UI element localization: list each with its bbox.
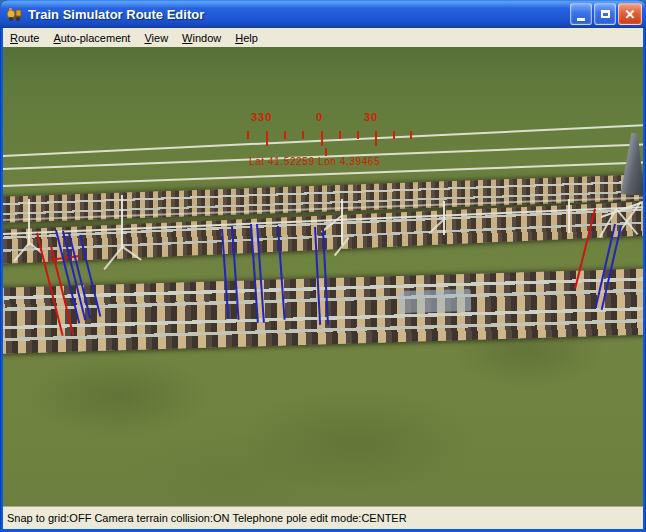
app-window: Train Simulator Route Editor ✕ Route Aut… xyxy=(0,0,646,532)
compass-tick xyxy=(339,131,341,139)
menu-window[interactable]: Window xyxy=(175,30,228,46)
compass-center-tick xyxy=(325,148,327,156)
status-text: Snap to grid:OFF Camera terrain collisio… xyxy=(7,512,407,524)
camera-coordinates: Lat 41.52259 Lon 4.39465 xyxy=(249,156,380,167)
window-title: Train Simulator Route Editor xyxy=(28,7,570,22)
wireframe-post xyxy=(341,199,343,245)
compass-tick xyxy=(357,131,359,139)
wireframe-post xyxy=(28,199,30,245)
wireframe-post xyxy=(121,195,123,249)
compass-tick xyxy=(410,131,412,139)
compass-tick xyxy=(266,131,268,146)
close-button[interactable]: ✕ xyxy=(618,3,642,25)
menu-auto-placement[interactable]: Auto-placement xyxy=(46,30,137,46)
compass-tick xyxy=(375,131,377,146)
maximize-button[interactable] xyxy=(594,3,616,25)
compass-heading-330: 330 xyxy=(251,111,272,123)
switch-rails-highlight xyxy=(399,289,472,313)
compass-tick xyxy=(302,131,304,139)
title-bar[interactable]: Train Simulator Route Editor ✕ xyxy=(0,0,646,28)
menu-bar: Route Auto-placement View Window Help xyxy=(3,28,643,47)
menu-view[interactable]: View xyxy=(137,30,175,46)
menu-help[interactable]: Help xyxy=(228,30,265,46)
compass-tick xyxy=(321,131,323,146)
menu-route[interactable]: Route xyxy=(3,30,46,46)
compass-heading-30: 30 xyxy=(364,111,378,123)
compass-tick xyxy=(284,131,286,139)
wireframe-post xyxy=(568,199,570,233)
compass-tick xyxy=(247,131,249,139)
status-bar: Snap to grid:OFF Camera terrain collisio… xyxy=(3,506,643,529)
compass-tick xyxy=(393,131,395,139)
telegraph-wire xyxy=(3,123,643,157)
minimize-button[interactable] xyxy=(570,3,592,25)
compass-heading-0: 0 xyxy=(316,111,323,123)
wireframe-post xyxy=(443,201,445,235)
viewport-3d[interactable]: 330 0 30 Lat 41.52259 Lon 4.39465 xyxy=(3,47,643,506)
train-icon xyxy=(6,6,23,23)
